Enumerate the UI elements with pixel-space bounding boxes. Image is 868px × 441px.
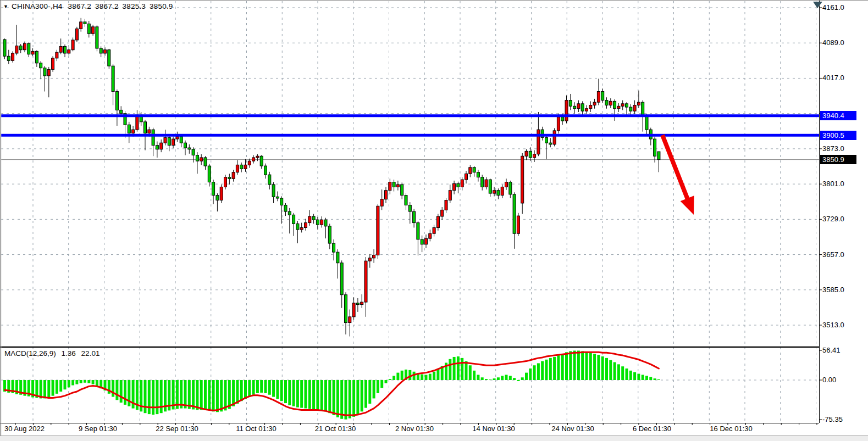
macd-signal-line: [5, 352, 659, 415]
chart-shift-marker-icon[interactable]: [813, 2, 822, 8]
price-axis-label: 4017.0: [822, 74, 844, 82]
time-axis-label: 22 Sep 01:30: [156, 425, 198, 433]
symbol-dropdown-icon[interactable]: ▼: [3, 4, 8, 9]
time-axis-label: 16 Dec 01:30: [710, 425, 752, 433]
macd-histogram: [3, 350, 660, 419]
trading-chart-window: ▼ CHINA300-,H4 3867.2 3867.2 3825.3 3850…: [0, 0, 868, 441]
time-axis-label: 21 Oct 01:30: [315, 425, 356, 433]
macd-axis-label: 56.41: [822, 346, 841, 355]
ohlc-close: 3850.9: [150, 2, 173, 10]
candlesticks: [3, 18, 660, 337]
last-price-tag: 3850.9: [820, 155, 856, 164]
macd-signal-value: 22.01: [81, 349, 100, 358]
macd-axis-label: 0.00: [822, 376, 836, 384]
price-axis-label: 3873.0: [822, 144, 844, 153]
time-axis-label: 2 Nov 01:30: [395, 425, 434, 433]
macd-indicator-label: MACD(12,26,9) 1.36 22.01: [4, 349, 103, 358]
macd-main-value: 1.36: [62, 349, 76, 358]
resistance-price-tag: 3940.4: [820, 111, 856, 120]
macd-axis-label: -75.35: [822, 415, 843, 424]
chart-canvas: [0, 0, 868, 441]
chart-title: ▼ CHINA300-,H4 3867.2 3867.2 3825.3 3850…: [3, 2, 177, 10]
price-axis-label: 4089.0: [822, 38, 844, 47]
time-axis-label: 6 Dec 01:30: [633, 425, 671, 433]
price-axis-label: 4161.0: [822, 3, 844, 12]
trend-arrow[interactable]: [662, 135, 694, 215]
ohlc-high: 3867.2: [95, 2, 119, 10]
price-axis-label: 3801.0: [822, 180, 844, 188]
price-axis-label: 3657.0: [822, 250, 844, 259]
ohlc-open: 3867.2: [68, 2, 92, 10]
price-axis-label: 3729.0: [822, 215, 844, 224]
time-axis-label: 14 Nov 01:30: [472, 425, 515, 433]
time-axis-label: 9 Sep 01:30: [79, 425, 117, 433]
time-axis-label: 24 Nov 01:30: [551, 425, 594, 433]
price-axis-label: 3513.0: [822, 321, 844, 330]
symbol-period-label: CHINA300-,H4: [12, 2, 62, 10]
support-price-tag: 3900.5: [820, 131, 856, 140]
macd-name: MACD(12,26,9): [4, 349, 56, 358]
window-bottom-edge: [0, 436, 868, 441]
time-axis-label: 30 Aug 2022: [4, 425, 45, 433]
ohlc-low: 3825.3: [123, 2, 146, 10]
price-axis-label: 3585.0: [822, 286, 844, 294]
time-axis-label: 11 Oct 01:30: [236, 425, 276, 433]
